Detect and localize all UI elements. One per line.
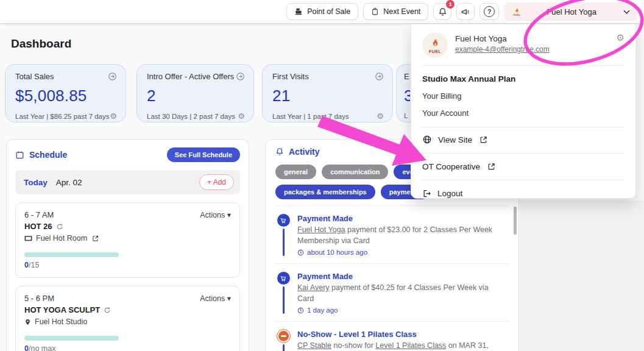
next-event-button[interactable]: Next Event: [363, 3, 428, 20]
stat-footer-fragment: L: [404, 112, 408, 119]
stat-value: 21: [272, 87, 384, 105]
timeline-connector: [283, 344, 285, 351]
event-time: 6 - 7 AM: [24, 210, 54, 219]
bell-icon: [438, 7, 447, 16]
point-of-sale-label: Point of Sale: [307, 7, 350, 16]
stat-card-total-sales: Total Sales $5,008.85 Last Year | $86.25…: [5, 64, 126, 122]
activity-item: Payment Made Fuel Hot Yoga payment of $2…: [275, 212, 509, 257]
activity-title: Activity: [289, 147, 320, 157]
clock-icon: [297, 307, 304, 314]
next-event-label: Next Event: [383, 7, 420, 16]
menu-item-your-account[interactable]: Your Account: [422, 108, 625, 118]
stat-card-first-visits: First Visits 21 Last Year | 1 past 7 day…: [262, 64, 393, 122]
point-of-sale-button[interactable]: Point of Sale: [286, 3, 358, 20]
actions-dropdown[interactable]: Actions ▾: [200, 294, 231, 303]
activity-item: Payment Made Kai Avery payment of $40.25…: [275, 270, 509, 315]
gear-icon[interactable]: ⚙: [110, 112, 117, 120]
filter-chip-communication[interactable]: communication: [322, 165, 388, 179]
account-dropdown-menu: FUEL Fuel Hot Yoga example-4@offeringtre…: [411, 24, 636, 199]
location-pin-icon: [24, 318, 31, 326]
external-link-icon: [92, 235, 99, 242]
megaphone-icon: [461, 7, 470, 16]
page-background-area: [520, 200, 644, 351]
chevron-down-icon: [623, 10, 630, 14]
notification-badge: 1: [446, 0, 455, 9]
account-menu-button[interactable]: FUEL Fuel Hot Yoga: [504, 2, 637, 21]
capacity-count: 0: [24, 261, 29, 269]
menu-item-your-billing[interactable]: Your Billing: [422, 91, 625, 101]
activity-link[interactable]: CP Stable: [297, 341, 331, 350]
activity-link[interactable]: Level 1 Pilates Class: [375, 341, 446, 350]
stat-footer: Last Year | $86.25 past 7 days: [15, 113, 110, 120]
activity-item-title: Payment Made: [297, 214, 500, 223]
studio-logo-icon: FUEL: [510, 5, 523, 18]
day-label: Today: [24, 178, 48, 187]
menu-item-logout[interactable]: Logout: [422, 189, 625, 198]
stat-title: Intro Offer - Active Offers: [147, 72, 234, 81]
top-bar: Point of Sale Next Event 1 ? FUEL: [0, 0, 644, 24]
activity-link[interactable]: Kai Avery: [297, 283, 330, 292]
bell-icon: [275, 147, 284, 156]
external-link-icon: [487, 163, 495, 171]
cash-register-icon: [294, 7, 303, 16]
menu-item-label: View Site: [438, 135, 472, 144]
stat-value: 2: [147, 87, 245, 105]
filter-chip-general[interactable]: general: [275, 165, 316, 179]
studio-logo-icon: FUEL: [422, 32, 448, 58]
stat-card-intro-offer: Intro Offer - Active Offers 2 Last 30 Da…: [136, 64, 254, 122]
event-name: HOT 26: [24, 222, 52, 231]
capacity-bar: [24, 252, 119, 257]
expand-arrow-icon[interactable]: [236, 72, 245, 81]
globe-icon: [422, 135, 432, 144]
stat-title: Total Sales: [15, 72, 54, 81]
menu-plan-label: Studio Max Annual Plan: [422, 74, 625, 83]
gear-icon[interactable]: ⚙: [377, 112, 384, 120]
menu-item-view-site[interactable]: View Site: [422, 135, 625, 144]
stat-value: $5,008.85: [15, 87, 117, 105]
filter-chip-packages-memberships[interactable]: packages & memberships: [275, 185, 375, 199]
help-button[interactable]: ?: [479, 3, 499, 20]
gear-icon[interactable]: ⚙: [238, 112, 245, 120]
menu-item-ot-cooperative[interactable]: OT Cooperative: [422, 162, 625, 171]
notifications-button[interactable]: 1: [433, 3, 451, 20]
account-name: Fuel Hot Yoga: [547, 7, 596, 16]
day-band-today: TodayApr. 02 + Add: [15, 170, 240, 194]
scrollbar-thumb[interactable]: [514, 207, 517, 235]
event-time: 5 - 6 PM: [24, 294, 54, 303]
stat-title-fragment: E: [404, 72, 409, 81]
event-card: 5 - 6 PM Actions ▾ HOT YOGA SCULPT Fuel …: [15, 286, 240, 351]
schedule-title: Schedule: [29, 150, 67, 160]
payment-cart-icon: [277, 272, 290, 285]
clipboard-icon: [371, 7, 379, 16]
activity-text: no-show for: [331, 341, 375, 350]
studio-logo-text: FUEL: [513, 14, 520, 16]
menu-item-label: Logout: [437, 189, 462, 198]
timeline-connector: [283, 286, 285, 314]
settings-gear-icon[interactable]: ⚙: [617, 32, 625, 43]
logout-icon: [422, 189, 431, 198]
actions-dropdown[interactable]: Actions ▾: [200, 210, 231, 219]
event-location: Fuel Hot Studio: [35, 317, 87, 326]
studio-logo-text: FUEL: [429, 49, 441, 54]
page-title: Dashboard: [11, 37, 71, 51]
expand-arrow-icon[interactable]: [375, 72, 384, 81]
activity-link[interactable]: Fuel Hot Yoga: [297, 225, 345, 234]
announcements-button[interactable]: [456, 3, 475, 20]
expand-arrow-icon[interactable]: [108, 72, 117, 81]
schedule-panel: Schedule See Full Schedule TodayApr. 02 …: [6, 139, 249, 351]
room-screen-icon: [24, 235, 32, 242]
activity-item-title: Payment Made: [297, 272, 500, 281]
add-event-button[interactable]: + Add: [199, 174, 234, 190]
menu-account-email-link[interactable]: example-4@offeringtree.com: [455, 45, 609, 54]
payment-cart-icon: [277, 214, 290, 227]
event-name: HOT YOGA SCULPT: [24, 305, 100, 314]
capacity-total: /15: [29, 261, 39, 269]
event-location-link[interactable]: Fuel Hot Room: [36, 234, 87, 243]
clock-icon: [297, 249, 304, 256]
no-show-icon: [277, 330, 290, 342]
activity-item: No-Show - Level 1 Pilates Class CP Stabl…: [275, 328, 509, 351]
capacity-count: 0: [24, 344, 29, 351]
app-window: Point of Sale Next Event 1 ? FUEL: [0, 0, 644, 351]
see-full-schedule-button[interactable]: See Full Schedule: [167, 147, 240, 162]
stat-footer: Last 30 Days | 2 past 7 days: [147, 113, 235, 120]
